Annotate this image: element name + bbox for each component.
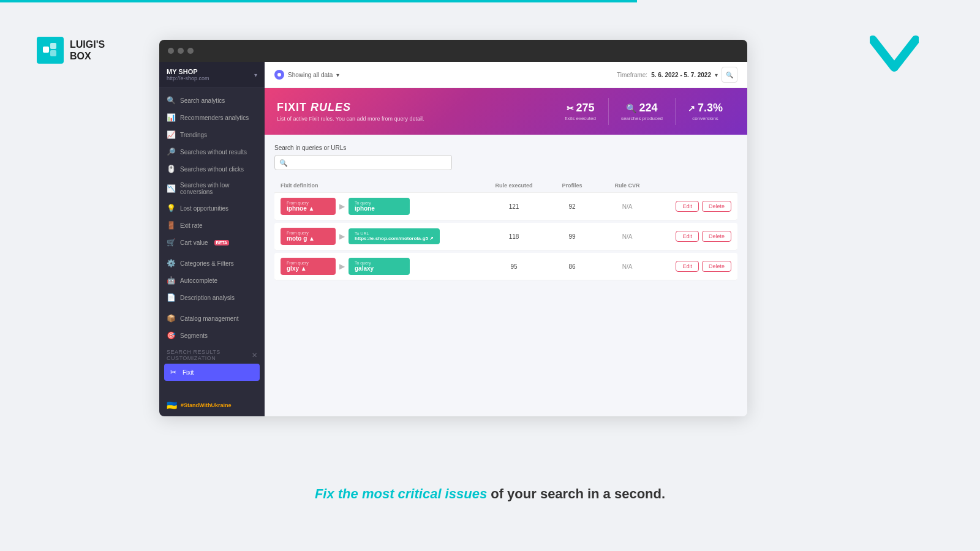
to-url-label-2: To URL: [355, 231, 434, 236]
sidebar-item-categories-filters[interactable]: ⚙️ Categories & Filters: [159, 255, 265, 272]
search-bar-label: Search in queries or URLs: [274, 144, 737, 151]
sidebar-item-description-analysis[interactable]: 📄 Description analysis: [159, 289, 265, 306]
edit-button-1[interactable]: Edit: [676, 201, 699, 212]
timeframe-value: 5. 6. 2022 - 5. 7. 2022: [651, 72, 711, 78]
from-query-value-2: moto g ▲: [287, 235, 330, 242]
delete-button-3[interactable]: Delete: [702, 261, 731, 272]
from-query-1: From query iphnoe ▲: [281, 198, 336, 215]
catalog-label: Catalog management: [180, 315, 239, 322]
svg-rect-2: [50, 50, 56, 56]
categories-label: Categories & Filters: [180, 260, 234, 267]
fixit-hero-left: FIXIT RULES List of active Fixit rules. …: [277, 101, 424, 122]
arrow-connector-1: ▶: [339, 202, 345, 211]
sidebar-item-search-analytics[interactable]: 🔍 Search analytics: [159, 92, 265, 109]
rule-cvr-2: N/A: [597, 233, 658, 240]
edit-button-3[interactable]: Edit: [676, 261, 699, 272]
content-header: Showing all data ▾ Timeframe: 5. 6. 2022…: [265, 62, 747, 88]
stand-ukraine-label: #StandWithUkraine: [181, 402, 231, 408]
chevron-decoration: [870, 34, 919, 77]
search-analytics-label: Search analytics: [180, 97, 225, 104]
conversions-icon: ↗: [688, 103, 695, 113]
table-header: Fixit definition Rule executed Profiles …: [274, 179, 737, 193]
timeframe-dropdown-icon[interactable]: ▾: [715, 72, 718, 78]
shop-name: MY SHOP: [167, 68, 254, 75]
sidebar-item-trendings[interactable]: 📈 Trendings: [159, 126, 265, 143]
profiles-1: 92: [548, 203, 597, 210]
tagline: Fix the most critical issues of your sea…: [0, 486, 980, 502]
from-query-label-2: From query: [287, 231, 330, 235]
fixit-keyword: RULES: [311, 101, 351, 113]
timeframe-area: Timeframe: 5. 6. 2022 - 5. 7. 2022 ▾ 🔍: [617, 67, 737, 83]
table-row: From query iphnoe ▲ ▶ To query iphone 12…: [274, 193, 737, 220]
ukraine-flag-icon: 🇺🇦: [167, 400, 177, 410]
showing-all[interactable]: Showing all data ▾: [274, 70, 339, 80]
segments-label: Segments: [180, 332, 208, 339]
from-query-2: From query moto g ▲: [281, 228, 336, 245]
fixits-value: 275: [576, 102, 595, 114]
sidebar-item-lost-opportunities[interactable]: 💡 Lost opportunities: [159, 200, 265, 217]
sidebar-header-info: MY SHOP http://e-shop.com: [167, 68, 254, 81]
delete-button-2[interactable]: Delete: [702, 231, 731, 242]
from-query-label-3: From query: [287, 261, 330, 265]
table-row: From query moto g ▲ ▶ To URL https://e-s…: [274, 223, 737, 250]
fixit-description: List of active Fixit rules. You can add …: [277, 116, 424, 122]
to-query-value-1: iphone: [355, 205, 404, 212]
close-section-icon[interactable]: ✕: [252, 351, 258, 359]
rules-area: Search in queries or URLs 🔍 Fixit defini…: [265, 135, 747, 293]
sidebar-item-cart-value[interactable]: 🛒 Cart value BETA: [159, 234, 265, 251]
rule-executed-3: 95: [480, 263, 548, 270]
sidebar-item-exit-rate[interactable]: 🚪 Exit rate: [159, 217, 265, 234]
to-query-3: To query galaxy: [349, 258, 410, 275]
browser-window: MY SHOP http://e-shop.com ▾ 🔍 Search ana…: [159, 40, 747, 416]
trendings-label: Trendings: [180, 132, 207, 138]
fixits-icon: ✂: [567, 103, 574, 113]
search-input-wrap: 🔍: [274, 155, 737, 170]
lost-opp-icon: 💡: [167, 204, 175, 212]
fixit-title-text: FIXIT: [277, 101, 307, 113]
header-search-button[interactable]: 🔍: [722, 67, 737, 83]
cart-value-icon: 🛒: [167, 238, 175, 247]
trendings-icon: 📈: [167, 130, 175, 139]
segments-icon: 🎯: [167, 331, 175, 340]
sidebar-item-searches-without-results[interactable]: 🔎 Searches without results: [159, 143, 265, 160]
conversions-label: conversions: [688, 116, 723, 121]
description-analysis-icon: 📄: [167, 293, 175, 302]
sidebar: MY SHOP http://e-shop.com ▾ 🔍 Search ana…: [159, 62, 265, 416]
sidebar-item-segments[interactable]: 🎯 Segments: [159, 327, 265, 344]
sidebar-item-catalog-management[interactable]: 📦 Catalog management: [159, 310, 265, 327]
logo-text: LUIGI'S BOX: [70, 39, 105, 62]
edit-button-2[interactable]: Edit: [676, 231, 699, 242]
sidebar-item-searches-low-conversions[interactable]: 📉 Searches with low conversions: [159, 178, 265, 200]
col-actions: [658, 182, 731, 189]
to-url-value-2: https://e-shop.com/motorola-g5 ↗: [355, 236, 434, 241]
sidebar-footer: 🇺🇦 #StandWithUkraine: [159, 394, 265, 416]
rule-definition-3: From query glxy ▲ ▶ To query galaxy: [281, 258, 480, 275]
stat-conversions: ↗ 7.3% conversions: [675, 98, 735, 125]
profiles-3: 86: [548, 263, 597, 270]
sidebar-header[interactable]: MY SHOP http://e-shop.com ▾: [159, 62, 265, 88]
delete-button-1[interactable]: Delete: [702, 201, 731, 212]
search-input-icon: 🔍: [279, 159, 288, 167]
searches-produced-icon: 🔍: [626, 103, 636, 113]
from-query-value-3: glxy ▲: [287, 265, 330, 272]
action-buttons-3: Edit Delete: [658, 261, 731, 272]
searches-without-results-label: Searches without results: [180, 149, 247, 156]
sidebar-item-recommenders-analytics[interactable]: 📊 Recommenders analytics: [159, 109, 265, 126]
to-query-label-3: To query: [355, 261, 404, 265]
searches-produced-label: searches produced: [621, 116, 663, 121]
logo-area: LUIGI'S BOX: [37, 37, 105, 64]
from-query-value-1: iphnoe ▲: [287, 205, 330, 212]
rule-cvr-3: N/A: [597, 263, 658, 270]
sidebar-item-searches-without-clicks[interactable]: 🖱️ Searches without clicks: [159, 160, 265, 178]
timeframe-label: Timeframe:: [617, 72, 647, 78]
sidebar-section-label: Search results customization ✕: [159, 344, 265, 364]
svg-point-3: [277, 73, 281, 77]
sidebar-item-fixit[interactable]: ✂ Fixit: [164, 364, 260, 381]
search-input[interactable]: [274, 155, 452, 170]
description-analysis-label: Description analysis: [180, 294, 235, 301]
browser-dot-2: [178, 48, 184, 54]
to-query-label-1: To query: [355, 201, 404, 205]
browser-dot-1: [168, 48, 174, 54]
stat-fixits-executed: ✂ 275 fixits executed: [552, 98, 608, 125]
sidebar-item-autocomplete[interactable]: 🤖 Autocomplete: [159, 272, 265, 289]
